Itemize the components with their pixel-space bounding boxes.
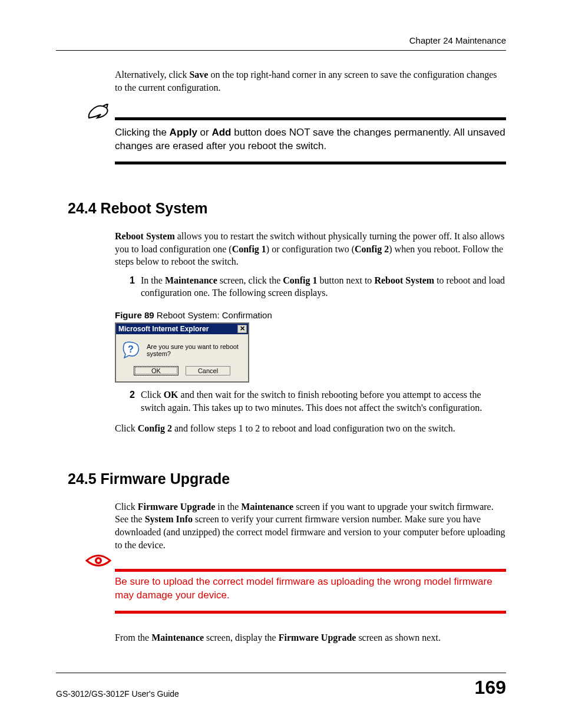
text-bold: Apply: [170, 127, 197, 138]
close-icon[interactable]: ✕: [237, 325, 247, 333]
text-bold: Reboot System: [374, 275, 434, 285]
ok-button[interactable]: OK: [134, 366, 178, 375]
text-bold: Config 2: [355, 244, 389, 254]
question-icon: ?: [122, 341, 140, 359]
text-bold: System Info: [145, 514, 193, 524]
list-number: 1: [121, 274, 135, 299]
warning-text: Be sure to upload the correct model firm…: [115, 572, 506, 602]
figure-caption: Figure 89 Reboot System: Confirmation: [115, 310, 506, 320]
list-item: 2 Click OK and then wait for the switch …: [121, 388, 506, 414]
text-bold: Firmware Upgrade: [279, 633, 356, 643]
text-bold: Add: [211, 127, 231, 138]
section-heading-244: 24.4 Reboot System: [68, 200, 506, 217]
text: screen as shown next.: [356, 633, 441, 643]
text: or: [197, 127, 212, 138]
text-bold: Save: [189, 70, 208, 80]
text-bold: OK: [164, 390, 178, 400]
header-chapter: Chapter 24 Maintenance: [56, 35, 506, 45]
note-rule-bottom: [115, 162, 506, 164]
text-bold: Config 1: [283, 275, 317, 285]
list-text: In the Maintenance screen, click the Con…: [141, 274, 506, 299]
warn-rule-bottom: [115, 611, 506, 614]
s244-p2: Click Config 2 and follow steps 1 to 2 t…: [115, 422, 506, 435]
dialog-buttons: OK Cancel: [116, 364, 248, 381]
text: In the: [141, 275, 165, 285]
list-number: 2: [121, 388, 135, 414]
s245-p2: From the Maintenance screen, display the…: [115, 631, 506, 644]
s244-p1: Reboot System allows you to restart the …: [115, 230, 506, 268]
note-icon: [85, 104, 111, 124]
text-bold: Config 1: [232, 244, 266, 254]
text: button next to: [317, 275, 374, 285]
dialog-title-text: Microsoft Internet Explorer: [118, 325, 209, 333]
note-text: Clicking the Apply or Add button does NO…: [115, 123, 506, 153]
text-bold: Firmware Upgrade: [138, 502, 216, 512]
text: screen, click the: [217, 275, 283, 285]
text: Click: [115, 502, 138, 512]
footer-guide: GS-3012/GS-3012F User's Guide: [56, 689, 179, 699]
text-bold: Config 2: [138, 423, 172, 433]
figure-title: Reboot System: Confirmation: [154, 310, 272, 320]
section-heading-245: 24.5 Firmware Upgrade: [68, 470, 506, 487]
dialog-box: Microsoft Internet Explorer ✕ ? Are you …: [115, 322, 249, 383]
dialog-body: ? Are you sure you want to reboot system…: [116, 334, 248, 364]
text: From the: [115, 633, 151, 643]
text: Clicking the: [115, 127, 170, 138]
dialog-message: Are you sure you want to reboot system?: [147, 343, 242, 357]
text: Click: [141, 390, 164, 400]
text: Click: [115, 423, 138, 433]
text-bold: Maintenance: [165, 275, 217, 285]
footer-rule: [56, 673, 506, 673]
page-number: 169: [475, 677, 506, 699]
list-text: Click OK and then wait for the switch to…: [141, 388, 506, 414]
text: Alternatively, click: [115, 70, 189, 80]
text-bold: Reboot System: [115, 231, 175, 241]
note-block: Clicking the Apply or Add button does NO…: [68, 117, 506, 164]
list-item: 1 In the Maintenance screen, click the C…: [121, 274, 506, 299]
svg-text:?: ?: [128, 344, 134, 354]
text: screen, display the: [204, 633, 279, 643]
page-footer: GS-3012/GS-3012F User's Guide 169: [56, 673, 506, 699]
note-rule-top: [115, 117, 506, 120]
header-rule: [56, 50, 506, 51]
text: and then wait for the switch to finish r…: [141, 390, 482, 413]
s245-p1: Click Firmware Upgrade in the Maintenanc…: [115, 500, 506, 551]
cancel-button[interactable]: Cancel: [186, 366, 230, 375]
intro-paragraph: Alternatively, click Save on the top rig…: [115, 68, 506, 94]
dialog-titlebar: Microsoft Internet Explorer ✕: [116, 324, 248, 334]
svg-point-2: [97, 559, 100, 562]
text: and follow steps 1 to 2 to reboot and lo…: [172, 423, 455, 433]
warning-block: Be sure to upload the correct model firm…: [68, 569, 506, 614]
eye-warning-icon: [85, 553, 111, 571]
figure-label: Figure 89: [115, 310, 154, 320]
text: ) or configuration two (: [266, 244, 355, 254]
text: in the: [215, 502, 241, 512]
text-bold: Maintenance: [151, 633, 204, 643]
text-bold: Maintenance: [241, 502, 293, 512]
